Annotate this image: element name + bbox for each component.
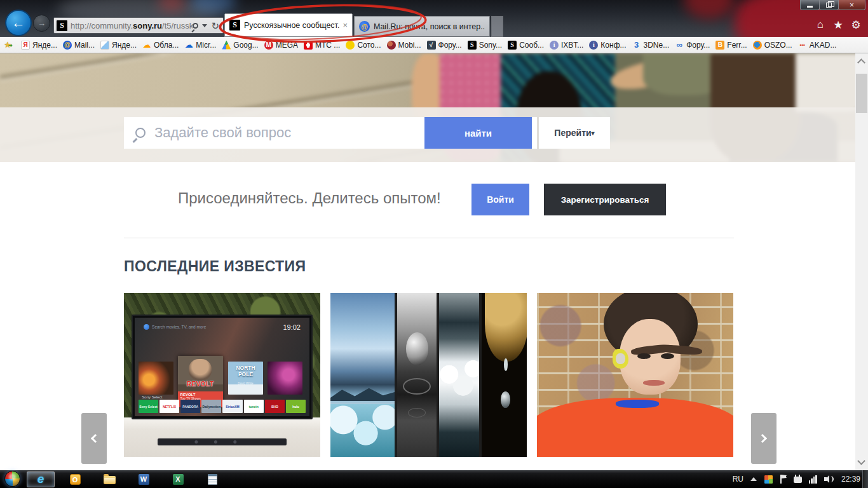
outlook-icon: O xyxy=(70,474,81,485)
back-icon: ← xyxy=(12,15,25,30)
carousel-prev-button[interactable] xyxy=(81,413,107,464)
close-icon: × xyxy=(850,1,854,10)
minimize-icon xyxy=(807,6,813,8)
favorite-microsoft[interactable]: ☁Micr... xyxy=(184,41,216,50)
northpole-subtitle: David White xyxy=(228,382,263,385)
ferra-icon: B xyxy=(715,41,724,50)
tab-title: Русскоязычное сообщест... xyxy=(244,21,340,30)
taskbar-ie-button[interactable]: e xyxy=(27,471,55,487)
find-button[interactable]: найти xyxy=(424,117,532,149)
power-plug-icon[interactable] xyxy=(794,477,802,483)
latest-news-title: ПОСЛЕДНИЕ ИЗВЕСТИЯ xyxy=(124,258,306,275)
favorite-cloud[interactable]: ☁Обла... xyxy=(142,41,179,50)
taskbar-outlook-button[interactable]: O xyxy=(61,471,89,487)
add-favorite-icon[interactable]: ★ xyxy=(4,40,15,50)
register-button[interactable]: Зарегистрироваться xyxy=(544,184,666,215)
scroll-down-icon[interactable] xyxy=(857,457,865,465)
favorite-sotovik[interactable]: Сото... xyxy=(346,41,381,50)
favorite-forum-2[interactable]: ∞Фору... xyxy=(675,41,710,50)
sony-icon: S xyxy=(468,41,477,50)
favorite-3dnews[interactable]: 33DNe... xyxy=(632,41,670,50)
chevron-down-icon: ▾ xyxy=(592,130,595,137)
word-icon: W xyxy=(139,474,149,485)
home-icon[interactable]: ⌂ xyxy=(815,18,826,32)
news-card-tv[interactable]: Search movies, TV, and more 19:02 NORTH … xyxy=(124,293,320,457)
scroll-up-icon[interactable] xyxy=(857,58,865,67)
water-strip-iceberg xyxy=(330,293,395,457)
chevron-left-icon xyxy=(91,434,100,443)
favorite-mts[interactable]: МТС ... xyxy=(304,41,340,50)
favorite-yandex[interactable]: ЯЯнде... xyxy=(21,41,57,50)
minimize-button[interactable] xyxy=(800,0,820,10)
favorite-yandex-disk[interactable]: Янде... xyxy=(100,41,137,50)
mic-icon xyxy=(144,324,149,330)
tab-close-icon[interactable]: × xyxy=(342,20,348,30)
glass-blur xyxy=(191,0,235,13)
app-tile-hulu: hulu xyxy=(286,400,306,413)
northpole-title: NORTH POLE xyxy=(228,365,263,377)
favorite-mobi[interactable]: Mobi... xyxy=(387,41,421,50)
sony-select-label: Sony Select xyxy=(142,395,162,399)
forum-check-icon: √ xyxy=(427,41,436,50)
tray-clock[interactable]: 22:39 xyxy=(841,475,860,484)
gear-icon[interactable]: ⚙ xyxy=(850,18,862,32)
favorite-forum-1[interactable]: √Фору... xyxy=(427,41,462,50)
sony-favicon-icon: S xyxy=(57,20,67,31)
favorite-label: Обла... xyxy=(154,41,179,50)
favorite-google-drive[interactable]: Goog... xyxy=(222,41,258,50)
url-path: /t5/russkoy xyxy=(162,21,193,30)
excel-icon: X xyxy=(173,474,184,485)
action-center-flag-icon[interactable] xyxy=(780,475,787,484)
volume-icon[interactable] xyxy=(824,475,834,484)
start-button[interactable] xyxy=(4,471,20,487)
tab-mailru[interactable]: @ Mail.Ru: почта, поиск в интер... xyxy=(354,16,490,37)
onedrive-cloud-icon: ☁ xyxy=(184,41,193,50)
favorites-star-icon[interactable]: ★ xyxy=(832,18,844,32)
news-card-water[interactable] xyxy=(330,293,527,457)
akado-dots-icon: ••• xyxy=(798,41,807,50)
tab-sony-community[interactable]: S Русскоязычное сообщест... × xyxy=(224,13,353,37)
favorite-sony-community[interactable]: SСооб... xyxy=(508,41,544,50)
carousel-next-button[interactable] xyxy=(751,413,776,464)
search-strip: найти Перейти▾ xyxy=(0,107,868,162)
favorite-sony[interactable]: SSony... xyxy=(468,41,502,50)
scrollbar-thumb[interactable] xyxy=(856,74,867,113)
favorite-label: OSZO... xyxy=(764,41,792,50)
hidden-icons-arrow[interactable] xyxy=(750,477,757,481)
favorite-mailru[interactable]: @Mail... xyxy=(63,41,95,50)
page-scrollbar[interactable] xyxy=(855,53,868,470)
address-bar[interactable]: S http://community.sony.ru/t5/russkoy ↻ xyxy=(53,17,224,34)
favorite-label: Янде... xyxy=(32,41,57,50)
go-button[interactable]: Перейти▾ xyxy=(539,117,610,149)
favorite-oszone[interactable]: OSZO... xyxy=(753,41,792,50)
antivirus-tray-icon[interactable] xyxy=(764,475,773,484)
url-text[interactable]: http://community.sony.ru/t5/russkoy xyxy=(71,21,193,30)
news-card-headphones[interactable] xyxy=(537,293,733,457)
back-button[interactable]: ← xyxy=(5,10,32,36)
url-pre: http://community. xyxy=(71,21,133,30)
new-tab-button[interactable] xyxy=(491,16,503,37)
show-desktop-button[interactable] xyxy=(862,470,868,488)
refresh-icon[interactable]: ↻ xyxy=(211,21,219,30)
taskbar-word-button[interactable]: W xyxy=(130,471,158,487)
folder-icon xyxy=(104,476,116,484)
favorite-ixbt[interactable]: iIXBT... xyxy=(550,41,583,50)
login-button[interactable]: Войти xyxy=(471,184,529,215)
network-signal-icon[interactable] xyxy=(809,475,817,484)
favorite-ferra[interactable]: BFerr... xyxy=(715,41,747,50)
taskbar-explorer-button[interactable] xyxy=(95,471,123,487)
close-button[interactable]: × xyxy=(838,0,865,10)
chrome-action-icons: ⌂ ★ ⚙ xyxy=(815,18,862,32)
favorite-conference[interactable]: iКонф... xyxy=(589,41,626,50)
favorite-label: Goog... xyxy=(233,41,258,50)
forward-button[interactable]: → xyxy=(33,15,50,32)
search-icon[interactable] xyxy=(193,23,198,29)
maximize-button[interactable] xyxy=(819,0,839,10)
chevron-down-icon[interactable] xyxy=(202,24,207,27)
taskbar-notepad-button[interactable] xyxy=(198,471,226,487)
taskbar-excel-button[interactable]: X xyxy=(164,471,192,487)
favorite-akado[interactable]: •••AKAD... xyxy=(798,41,837,50)
app-tile-tunein: tunein xyxy=(244,400,264,413)
favorite-mega[interactable]: MMEGA xyxy=(264,41,298,50)
language-indicator[interactable]: RU xyxy=(733,475,743,484)
